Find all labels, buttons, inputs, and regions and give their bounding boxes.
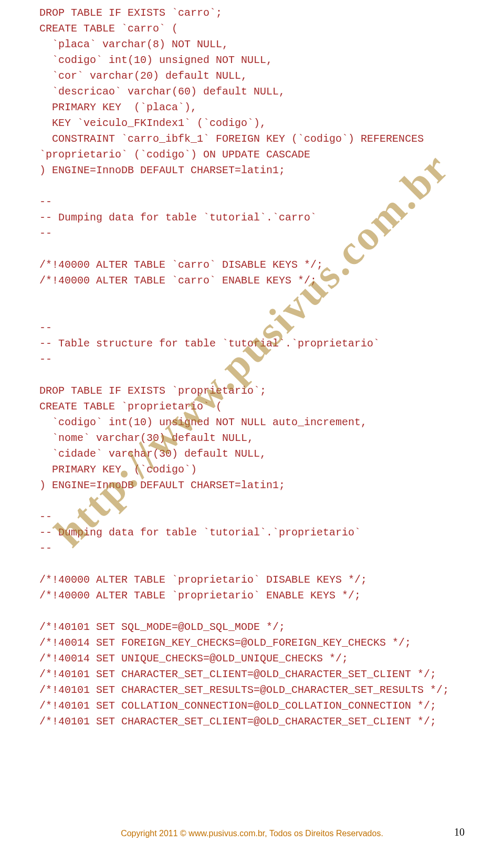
document-page: http://www.pusivus.com.br DROP TABLE IF … [0,0,504,853]
sql-code-block: DROP TABLE IF EXISTS `carro`; CREATE TAB… [39,5,465,730]
page-footer: Copyright 2011 © www.pusivus.com.br, Tod… [0,829,504,838]
page-number: 10 [454,826,465,838]
footer-copyright: Copyright 2011 © www.pusivus.com.br, Tod… [121,829,383,838]
